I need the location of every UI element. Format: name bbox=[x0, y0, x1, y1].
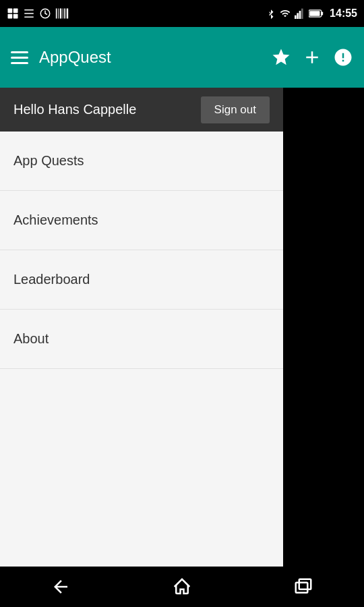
svg-rect-1 bbox=[13, 9, 18, 13]
toolbar: AppQuest bbox=[0, 27, 364, 88]
time-display: 14:55 bbox=[330, 7, 357, 20]
back-button[interactable] bbox=[51, 577, 71, 597]
menu-item-about[interactable]: About bbox=[0, 310, 283, 369]
menu-item-leaderboard[interactable]: Leaderboard bbox=[0, 250, 283, 310]
hamburger-menu[interactable] bbox=[11, 51, 28, 64]
menu-item-about-label: About bbox=[13, 331, 49, 347]
svg-rect-0 bbox=[8, 9, 13, 13]
battery-icon bbox=[309, 9, 324, 18]
add-icon[interactable] bbox=[302, 47, 322, 67]
svg-rect-13 bbox=[299, 11, 301, 19]
svg-rect-16 bbox=[322, 11, 324, 15]
status-bar-left bbox=[7, 7, 69, 20]
home-button[interactable] bbox=[172, 577, 192, 597]
svg-rect-14 bbox=[301, 9, 303, 19]
recent-apps-button[interactable] bbox=[293, 577, 313, 597]
drawer-panel: Hello Hans Cappelle Sign out App Quests … bbox=[0, 88, 283, 567]
svg-rect-6 bbox=[58, 9, 59, 19]
svg-rect-3 bbox=[13, 14, 18, 19]
drawer-dim[interactable] bbox=[283, 88, 364, 567]
drawer-greeting: Hello Hans Cappelle bbox=[13, 102, 136, 117]
sign-out-button[interactable]: Sign out bbox=[201, 96, 270, 123]
app-icon-1 bbox=[7, 7, 19, 20]
menu-item-achievements-label: Achievements bbox=[13, 212, 98, 228]
svg-rect-19 bbox=[299, 579, 311, 589]
favorites-icon[interactable] bbox=[271, 47, 291, 67]
svg-rect-10 bbox=[67, 9, 69, 19]
barcode-icon bbox=[55, 7, 69, 20]
svg-rect-5 bbox=[56, 9, 57, 19]
status-bar: 14:55 bbox=[0, 0, 364, 27]
drawer-menu: App Quests Achievements Leaderboard Abou… bbox=[0, 132, 283, 567]
drawer-header: Hello Hans Cappelle Sign out bbox=[0, 88, 283, 132]
alert-icon[interactable] bbox=[333, 47, 353, 67]
status-bar-right: 14:55 bbox=[266, 7, 357, 20]
menu-item-app-quests-label: App Quests bbox=[13, 153, 84, 169]
svg-rect-8 bbox=[63, 9, 63, 19]
menu-item-leaderboard-label: Leaderboard bbox=[13, 272, 90, 287]
svg-rect-11 bbox=[295, 16, 297, 19]
bluetooth-icon bbox=[266, 8, 276, 19]
drawer-overlay: Hello Hans Cappelle Sign out App Quests … bbox=[0, 88, 364, 567]
menu-item-achievements[interactable]: Achievements bbox=[0, 191, 283, 250]
app-title: AppQuest bbox=[39, 48, 260, 67]
nav-bar bbox=[0, 567, 364, 607]
wifi-icon bbox=[279, 8, 291, 19]
svg-rect-9 bbox=[64, 9, 65, 19]
menu-item-app-quests[interactable]: App Quests bbox=[0, 132, 283, 191]
svg-rect-18 bbox=[296, 583, 308, 593]
svg-rect-2 bbox=[8, 14, 13, 19]
svg-rect-7 bbox=[60, 9, 62, 19]
svg-rect-12 bbox=[297, 13, 299, 19]
app-icon-3 bbox=[39, 7, 51, 20]
app-icon-2 bbox=[23, 7, 35, 20]
svg-rect-17 bbox=[309, 11, 320, 16]
signal-icon bbox=[295, 8, 305, 19]
